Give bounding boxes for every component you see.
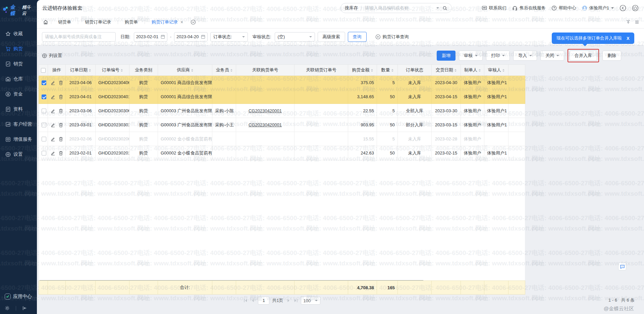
table-row[interactable]: 2023-04-06GHDD20230406003购货G00001 商品综合批发… [39,76,525,90]
delete-icon[interactable] [59,137,63,141]
column-header-amount[interactable]: 购货金额 [348,65,377,76]
page-size-select[interactable]: 100 [301,297,320,305]
date-from-input[interactable]: 2023-02-01 [134,32,167,42]
table-row[interactable]: 2023-03-01GHDD20230301001购货G00003 广州食品批发… [39,118,525,132]
column-header-order_no[interactable]: 订单编号 [96,65,129,76]
table-row[interactable]: 2023-04-01GHDD20230401003购货G00001 商品综合批发… [39,90,525,104]
order-status-select[interactable]: 订单状态: [210,32,248,42]
pin-top-icon[interactable] [626,20,631,24]
tab-sales-order-records[interactable]: 销货订单记录 [79,16,117,28]
tab-close-icon[interactable]: × [180,19,183,25]
sidebar-item-purchase[interactable]: 购货 [0,41,37,56]
delete-icon[interactable] [59,151,63,155]
audit-button[interactable]: 审核 [459,51,483,61]
sidebar-item-data[interactable]: 资料 [0,102,37,117]
sidebar-item-value-added[interactable]: 增值服务 [0,132,37,147]
row-checkbox[interactable] [42,80,46,85]
query-button[interactable]: 查询 [348,32,367,42]
edit-icon[interactable] [51,80,55,85]
edit-icon[interactable] [51,151,55,155]
row-checkbox[interactable] [42,109,46,113]
column-header-delivery_date[interactable]: 交货日期 [432,65,461,76]
sort-arrows-icon[interactable] [391,68,393,73]
search-input[interactable]: 请输入商品编码或名称 [365,5,436,11]
print-button[interactable]: 打印 [486,51,510,61]
import-button[interactable]: 导入 [513,51,537,61]
edit-icon[interactable] [51,123,55,127]
column-settings-button[interactable]: 列设置 [42,53,62,59]
delete-icon[interactable] [59,109,63,113]
first-page-icon[interactable] [243,298,248,303]
delete-icon[interactable] [59,95,63,99]
row-checkbox[interactable] [42,123,46,127]
page-number-input[interactable]: 1 [258,297,269,305]
user-menu[interactable]: 体验用户1 [582,5,614,11]
delete-button[interactable]: 删除 [602,51,621,61]
column-header-maker[interactable]: 制单人 [461,65,484,76]
tab-sales-bill[interactable]: 销货单 [52,16,77,28]
close-button[interactable]: 关闭 [540,51,564,61]
sort-arrows-icon[interactable] [191,68,193,73]
row-checkbox[interactable] [42,95,46,99]
sidebar-item-sales[interactable]: 销货 [0,56,37,71]
sidebar-item-funds[interactable]: 资金 [0,86,37,102]
table-row[interactable]: 2023-02-06GHDD20230206001购货G00002 金小蝶食品贸… [39,132,525,146]
back-icon[interactable] [620,5,626,11]
sort-arrows-icon[interactable] [502,68,504,73]
sort-arrows-icon[interactable] [89,68,91,73]
table-row[interactable]: 2023-03-06GHDD20230306001购货G00003 广州食品批发… [39,104,525,118]
audit-status-select[interactable]: (空) [275,32,315,42]
delete-icon[interactable] [59,80,63,85]
add-button[interactable]: 新增 [437,51,455,61]
column-header-supplier[interactable]: 供应商 [158,65,212,76]
select-all-checkbox[interactable] [41,68,46,73]
column-header-qty[interactable]: 数量 [377,65,398,76]
sidebar-item-customer[interactable]: 客户经营 [0,117,37,132]
logout-icon[interactable] [632,5,639,11]
next-page-icon[interactable] [286,298,291,303]
keyword-input[interactable]: 请输入单据号或供应商或备注 [42,32,116,42]
sort-arrows-icon[interactable] [454,68,457,73]
sidebar-item-favorites[interactable]: 收藏 [0,26,37,41]
tab-purchase-bill[interactable]: 购货单 [119,16,144,28]
help-center-link[interactable]: 帮助中心 [551,5,576,11]
sort-arrows-icon[interactable] [121,68,123,73]
collapse-sidebar-icon[interactable] [22,306,27,311]
merge-inbound-button[interactable]: 合并入库 [570,51,597,61]
sort-arrows-icon[interactable] [371,68,373,73]
floating-chat-button[interactable] [618,262,626,270]
column-header-salesman[interactable]: 业务员 [212,65,236,76]
row-checkbox[interactable] [42,151,46,155]
row-checkbox[interactable] [42,137,46,141]
last-page-icon[interactable] [293,298,298,303]
tab-list-dropdown[interactable] [191,19,196,25]
search-scope-caret-icon[interactable] [436,7,439,10]
column-header-date[interactable]: 订单日期 [66,65,96,76]
purchase-order-query-link[interactable]: 购货订单查询 [375,34,409,40]
linked-purchase-doc-link[interactable]: CG20230420001 [249,122,282,127]
prev-page-icon[interactable] [251,298,255,303]
edit-icon[interactable] [51,109,55,113]
contact-us-link[interactable]: 联系我们 [482,5,506,11]
advanced-search-button[interactable]: 高级搜索 [318,32,345,42]
edit-icon[interactable] [51,95,55,99]
column-header-auditor[interactable]: 审核人 [484,65,508,76]
sidebar-item-settings[interactable]: 设置 [0,147,37,162]
merge-tooltip-close[interactable]: X [627,36,630,41]
sort-arrows-icon[interactable] [230,68,232,73]
theme-icon[interactable] [5,306,10,311]
sidebar-item-warehouse[interactable]: 仓库 [0,71,37,86]
home-tab[interactable] [43,19,48,25]
table-row[interactable]: 2023-02-01GHDD20230201001购货G00002 金小蝶食品贸… [39,146,525,160]
date-to-input[interactable]: 2023-04-20 [174,32,208,42]
edit-icon[interactable] [51,137,55,141]
inventory-search-box[interactable]: 搜库存 请输入商品编码或名称 [340,3,452,13]
tab-purchase-order-records[interactable]: 购货订单记录× [146,16,189,28]
search-icon[interactable] [442,6,447,11]
sort-arrows-icon[interactable] [479,68,481,73]
sidebar-item-app-center[interactable]: 应用中心 [5,291,37,302]
linked-purchase-doc-link[interactable]: CG20230420001 [249,108,282,113]
delete-icon[interactable] [59,123,63,127]
search-scope-label[interactable]: 搜库存 [345,5,358,11]
menu-icon[interactable] [635,20,639,24]
